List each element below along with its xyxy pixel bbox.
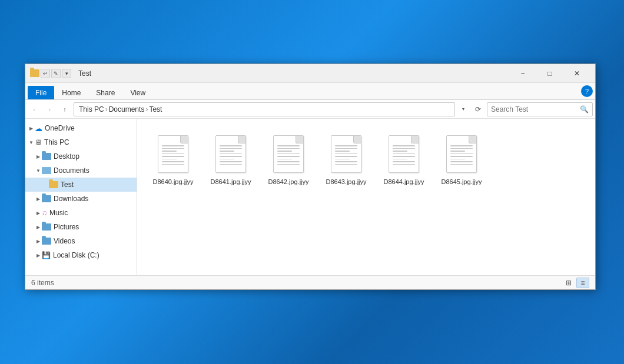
toggle-local-disk: ▶ — [35, 252, 42, 259]
file-item-f2[interactable]: D8641.jpg.jjyy — [204, 128, 257, 191]
document-icon — [273, 135, 304, 173]
forward-button[interactable]: › — [43, 103, 56, 116]
file-icon-wrapper — [385, 133, 423, 175]
tab-home[interactable]: Home — [54, 86, 88, 99]
downloads-folder-icon — [42, 195, 51, 203]
file-icon-wrapper — [154, 133, 192, 175]
file-icon-wrapper — [270, 133, 307, 175]
toggle-music: ▶ — [35, 209, 42, 216]
file-item-f1[interactable]: D8640.jpg.jjyy — [147, 128, 200, 191]
tab-share[interactable]: Share — [88, 86, 122, 99]
toggle-this-pc: ▼ — [28, 139, 35, 146]
folder-title-icon — [30, 69, 39, 77]
document-icon — [331, 135, 361, 173]
file-item-f4[interactable]: D8643.jpg.jjyy — [320, 128, 373, 191]
documents-label: Documents — [54, 166, 89, 175]
documents-folder-icon — [42, 167, 51, 175]
file-name: D8643.jpg.jjyy — [326, 178, 366, 186]
search-input[interactable] — [491, 105, 579, 113]
close-button[interactable]: ✕ — [563, 64, 590, 83]
test-label: Test — [61, 181, 74, 189]
view-tiles-button[interactable]: ⊞ — [562, 278, 575, 288]
view-buttons: ⊞ ≡ — [562, 278, 589, 288]
file-name: D8640.jpg.jjyy — [152, 178, 193, 186]
qat-dropdown[interactable]: ▾ — [62, 69, 71, 78]
drive-icon: 💾 — [42, 251, 51, 259]
statusbar: 6 items ⊞ ≡ — [25, 275, 595, 289]
item-count: 6 items — [31, 279, 562, 287]
window-title: Test — [78, 69, 509, 78]
path-dropdown-button[interactable]: ▾ — [457, 102, 469, 116]
content-area: ▶ ☁ OneDrive ▼ 🖥 This PC ▶ Desktop ▼ — [25, 119, 595, 275]
document-icon — [446, 135, 477, 173]
sidebar-item-music[interactable]: ▶ ♫ Music — [25, 206, 137, 220]
maximize-button[interactable]: □ — [536, 64, 563, 83]
file-icon-wrapper — [212, 133, 250, 175]
pictures-folder-icon — [42, 223, 51, 231]
cloud-icon: ☁ — [35, 124, 42, 133]
toggle-desktop: ▶ — [35, 153, 42, 160]
document-icon — [389, 135, 419, 173]
sidebar-item-local-disk[interactable]: ▶ 💾 Local Disk (C:) — [25, 248, 137, 262]
sidebar-item-videos[interactable]: ▶ Videos — [25, 234, 137, 248]
file-icon-wrapper — [443, 133, 480, 175]
pc-icon: 🖥 — [35, 138, 42, 146]
path-this-pc: This PC — [79, 105, 104, 113]
music-label: Music — [49, 209, 68, 217]
sidebar-item-documents[interactable]: ▼ Documents — [25, 163, 137, 178]
toggle-videos: ▶ — [35, 238, 42, 245]
search-icon[interactable]: 🔍 — [579, 105, 589, 114]
ribbon-tabs: File Home Share View ? — [25, 83, 595, 99]
titlebar-icons: ↩ ✎ ▾ — [30, 69, 71, 78]
help-button[interactable]: ? — [581, 85, 593, 97]
file-name: D8644.jpg.jjyy — [383, 178, 424, 186]
file-item-f3[interactable]: D8642.jpg.jjyy — [262, 128, 315, 191]
desktop-folder-icon — [42, 153, 51, 161]
file-area: D8640.jpg.jjyyD8641.jpg.jjyyD8642.jpg.jj… — [137, 119, 595, 275]
document-icon — [158, 135, 188, 173]
file-name: D8645.jpg.jjyy — [441, 178, 482, 186]
toggle-downloads: ▶ — [35, 195, 42, 202]
tab-file[interactable]: File — [28, 86, 54, 99]
qat-undo[interactable]: ↩ — [41, 69, 50, 78]
onedrive-label: OneDrive — [45, 124, 75, 132]
this-pc-label: This PC — [44, 138, 69, 146]
qat-properties[interactable]: ✎ — [51, 69, 61, 78]
sidebar-item-onedrive[interactable]: ▶ ☁ OneDrive — [25, 121, 137, 135]
sidebar-item-desktop[interactable]: ▶ Desktop — [25, 149, 137, 163]
search-box[interactable]: 🔍 — [487, 102, 593, 116]
addressbar: ‹ › ↑ This PC › Documents › Test ▾ ⟳ 🔍 — [25, 100, 595, 119]
refresh-button[interactable]: ⟳ — [472, 103, 484, 116]
file-icon-wrapper — [327, 133, 365, 175]
back-button[interactable]: ‹ — [28, 103, 41, 116]
toggle-onedrive: ▶ — [28, 125, 35, 132]
tab-view[interactable]: View — [122, 86, 153, 99]
path-documents: Documents — [109, 105, 145, 113]
titlebar: ↩ ✎ ▾ Test − □ ✕ — [25, 64, 595, 83]
toggle-documents: ▼ — [35, 167, 42, 174]
sidebar-item-pictures[interactable]: ▶ Pictures — [25, 220, 137, 234]
toggle-pictures: ▶ — [35, 223, 42, 231]
file-name: D8641.jpg.jjyy — [210, 178, 251, 186]
path-test: Test — [149, 105, 162, 113]
desktop-label: Desktop — [54, 152, 79, 161]
document-icon — [215, 135, 246, 173]
file-item-f5[interactable]: D8644.jpg.jjyy — [377, 128, 430, 191]
local-disk-label: Local Disk (C:) — [53, 251, 99, 259]
test-folder-icon — [49, 181, 58, 189]
downloads-label: Downloads — [54, 195, 88, 203]
videos-label: Videos — [54, 237, 75, 245]
music-icon: ♫ — [42, 209, 47, 217]
address-path[interactable]: This PC › Documents › Test — [74, 102, 455, 116]
sidebar-item-downloads[interactable]: ▶ Downloads — [25, 192, 137, 206]
toggle-test — [42, 181, 49, 188]
sidebar: ▶ ☁ OneDrive ▼ 🖥 This PC ▶ Desktop ▼ — [25, 119, 137, 275]
file-name: D8642.jpg.jjyy — [268, 178, 308, 186]
up-button[interactable]: ↑ — [58, 103, 71, 116]
minimize-button[interactable]: − — [509, 64, 536, 83]
window-controls: − □ ✕ — [509, 64, 590, 83]
file-item-f6[interactable]: D8645.jpg.jjyy — [435, 128, 488, 191]
sidebar-item-this-pc[interactable]: ▼ 🖥 This PC — [25, 135, 137, 149]
view-list-button[interactable]: ≡ — [576, 278, 589, 288]
sidebar-item-test[interactable]: Test — [25, 178, 137, 192]
